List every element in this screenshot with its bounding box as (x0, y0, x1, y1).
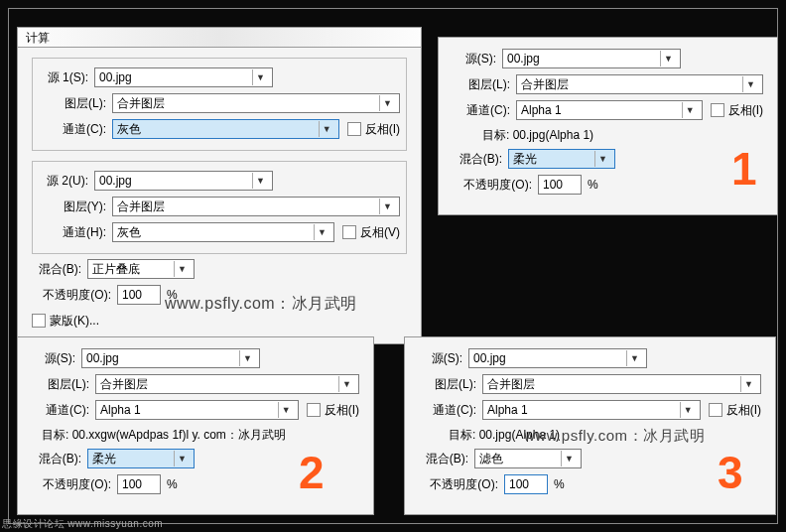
target-watermark-row: 目标: 00.xxgw(wApdpas 1f)l y. com：冰月武明 (42, 427, 373, 444)
invert1-checkbox[interactable] (347, 122, 361, 136)
calc-dialog-main: 源 1(S): 00.jpg ▼ 图层(L): 合并图层 ▼ 通道(C): 灰色… (17, 47, 422, 344)
p2-invert-checkbox[interactable] (307, 403, 321, 417)
chevron-down-icon: ▼ (561, 451, 577, 466)
target-label: 目标: (449, 428, 475, 442)
source1-file-combo[interactable]: 00.jpg ▼ (94, 67, 273, 87)
p1-channel-combo[interactable]: Alpha 1 ▼ (516, 100, 703, 120)
mask-label: 蒙版(K)... (50, 313, 99, 330)
chevron-down-icon: ▼ (174, 451, 190, 466)
blend-label: 混合(B): (32, 261, 87, 278)
p2-channel-combo[interactable]: Alpha 1 ▼ (95, 400, 299, 420)
source1-file-value: 00.jpg (99, 70, 132, 84)
channel2-label: 通道(H): (39, 224, 112, 241)
source1-layer-value: 合并图层 (117, 95, 165, 112)
source1-label: 源 1(S): (39, 69, 94, 86)
layer-label: 图层(L): (32, 376, 95, 393)
source1-channel-combo[interactable]: 灰色 ▼ (112, 119, 339, 139)
chevron-down-icon: ▼ (660, 51, 676, 66)
source2-channel-combo[interactable]: 灰色 ▼ (112, 222, 334, 242)
layer-label: 图层(L): (419, 376, 482, 393)
opacity-label: 不透明度(O): (419, 476, 504, 493)
mask-checkbox[interactable] (32, 314, 46, 328)
source1-channel-value: 灰色 (117, 121, 141, 138)
source-label: 源(S): (32, 350, 81, 367)
target-row: 目标: 00.jpg(Alpha 1) (449, 427, 775, 444)
dialog-titlebar: 计算 (17, 27, 422, 47)
p2-layer-combo[interactable]: 合并图层 ▼ (95, 374, 359, 394)
calc-panel-2: 源(S): 00.jpg ▼ 图层(L): 合并图层 ▼ 通道(C): Alph… (17, 336, 374, 515)
chevron-down-icon: ▼ (626, 350, 642, 366)
chevron-down-icon: ▼ (742, 76, 758, 92)
percent-label: % (167, 477, 178, 491)
source2-label: 源 2(U): (39, 173, 94, 190)
chevron-down-icon: ▼ (239, 350, 255, 366)
p2-blend-combo[interactable]: 柔光 ▼ (87, 449, 195, 468)
p1-opacity-input[interactable]: 100 (538, 175, 582, 195)
source2-group: 源 2(U): 00.jpg ▼ 图层(Y): 合并图层 ▼ 通道(H): 灰色… (32, 161, 407, 254)
channel-label: 通道(C): (32, 402, 95, 419)
invert-label: 反相(I) (728, 102, 763, 119)
chevron-down-icon: ▼ (252, 173, 268, 189)
blend-label: 混合(B): (453, 151, 508, 168)
blend-combo[interactable]: 正片叠底 ▼ (87, 259, 195, 279)
calc-panel-1: 源(S): 00.jpg ▼ 图层(L): 合并图层 ▼ 通道(C): Alph… (438, 37, 778, 215)
blend-label: 混合(B): (419, 451, 474, 467)
chevron-down-icon: ▼ (174, 261, 190, 277)
invert2-checkbox[interactable] (342, 225, 356, 239)
opacity-label: 不透明度(O): (32, 476, 117, 493)
source1-layer-combo[interactable]: 合并图层 ▼ (112, 93, 400, 113)
calc-panel-3: 源(S): 00.jpg ▼ 图层(L): 合并图层 ▼ 通道(C): Alph… (404, 336, 776, 515)
source2-channel-value: 灰色 (117, 224, 141, 241)
blend-label: 混合(B): (32, 451, 87, 467)
chevron-down-icon: ▼ (319, 121, 334, 137)
footer-watermark: 思缘设计论坛 www.missyuan.com (2, 517, 163, 531)
p3-layer-combo[interactable]: 合并图层 ▼ (482, 374, 761, 394)
source2-file-combo[interactable]: 00.jpg ▼ (94, 171, 273, 191)
p2-source-combo[interactable]: 00.jpg ▼ (81, 348, 260, 368)
channel-label: 通道(C): (453, 102, 516, 119)
source2-file-value: 00.jpg (99, 174, 132, 188)
chevron-down-icon: ▼ (278, 402, 294, 418)
percent-label: % (167, 288, 178, 302)
channel-label: 通道(C): (39, 121, 112, 138)
target-row: 目标: 00.jpg(Alpha 1) (482, 127, 777, 144)
dialog-title: 计算 (26, 31, 50, 45)
layer-label: 图层(L): (453, 76, 516, 93)
channel-label: 通道(C): (419, 402, 482, 419)
p3-blend-combo[interactable]: 滤色 ▼ (474, 449, 582, 468)
opacity-label: 不透明度(O): (453, 177, 538, 194)
p3-opacity-input[interactable]: 100 (504, 474, 548, 494)
source1-group: 源 1(S): 00.jpg ▼ 图层(L): 合并图层 ▼ 通道(C): 灰色… (32, 58, 407, 151)
chevron-down-icon: ▼ (594, 151, 610, 167)
invert-label: 反相(I) (726, 402, 761, 419)
p1-invert-checkbox[interactable] (711, 103, 724, 117)
chevron-down-icon: ▼ (379, 199, 395, 214)
blend-value: 正片叠底 (92, 261, 140, 278)
chevron-down-icon: ▼ (680, 402, 696, 418)
p3-channel-combo[interactable]: Alpha 1 ▼ (482, 400, 701, 420)
target-value: 00.jpg(Alpha 1) (479, 428, 560, 442)
p2-opacity-input[interactable]: 100 (117, 474, 161, 494)
source-label: 源(S): (453, 51, 502, 67)
percent-label: % (554, 477, 565, 491)
canvas-frame: 计算 源 1(S): 00.jpg ▼ 图层(L): 合并图层 ▼ 通道(C): (8, 8, 778, 524)
chevron-down-icon: ▼ (379, 95, 395, 111)
source-label: 源(S): (419, 350, 468, 367)
source2-layer-combo[interactable]: 合并图层 ▼ (112, 197, 400, 216)
invert2-label: 反相(V) (360, 224, 400, 241)
opacity-input[interactable]: 100 (117, 285, 161, 305)
target-value: 00.jpg(Alpha 1) (513, 128, 593, 142)
invert-label: 反相(I) (325, 402, 359, 419)
chevron-down-icon: ▼ (682, 102, 698, 118)
target-label: 目标: (482, 128, 509, 142)
chevron-down-icon: ▼ (338, 376, 354, 392)
p3-source-combo[interactable]: 00.jpg ▼ (468, 348, 647, 368)
p3-invert-checkbox[interactable] (709, 403, 722, 417)
opacity-label: 不透明度(O): (32, 287, 117, 304)
p1-blend-value: 柔光 (513, 151, 537, 168)
source2-layer-value: 合并图层 (117, 199, 165, 215)
p1-layer-combo[interactable]: 合并图层 ▼ (516, 74, 763, 94)
chevron-down-icon: ▼ (252, 69, 268, 85)
p1-source-combo[interactable]: 00.jpg ▼ (502, 49, 681, 68)
p1-blend-combo[interactable]: 柔光 ▼ (508, 149, 615, 169)
